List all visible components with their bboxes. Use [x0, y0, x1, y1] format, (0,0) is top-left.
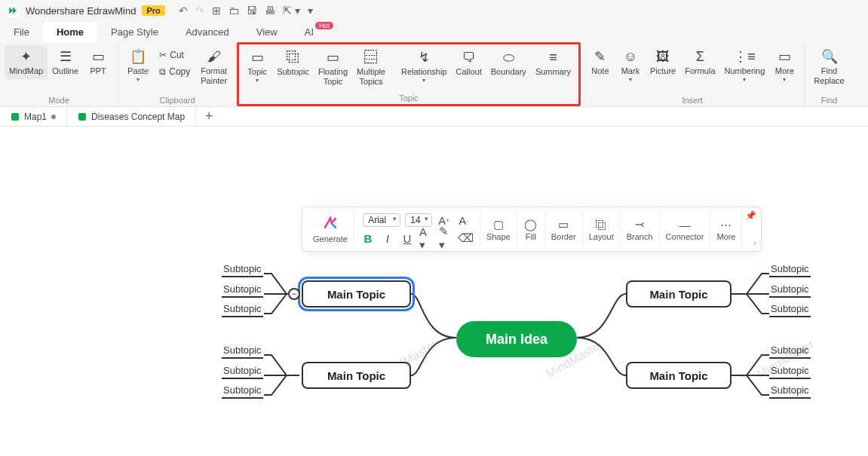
- font-shrink-icon[interactable]: A-: [456, 213, 471, 228]
- main-topic-node-4[interactable]: Main Topic: [626, 362, 732, 389]
- export-icon[interactable]: ⇱ ▾: [283, 5, 300, 17]
- ft-connector[interactable]: —Connector: [660, 210, 711, 248]
- mindmap-button[interactable]: ✦ MindMap: [5, 45, 48, 79]
- numbering-button[interactable]: ⋮≡Numbering▾: [720, 45, 770, 86]
- main-topic-node-3[interactable]: Main Topic: [626, 280, 732, 308]
- cut-button[interactable]: ✂Cut: [156, 48, 193, 62]
- subtopic-node[interactable]: Subtopic: [222, 263, 263, 277]
- underline-icon[interactable]: U: [400, 231, 415, 246]
- tab-diseases[interactable]: Diseases Concept Map: [67, 107, 196, 126]
- menu-ai[interactable]: AI Hot: [291, 22, 327, 42]
- ft-more[interactable]: ⋯More: [710, 210, 742, 248]
- mark-button[interactable]: ☺Mark▾: [615, 45, 646, 86]
- copy-button[interactable]: ⧉Copy: [156, 65, 193, 78]
- menu-view[interactable]: View: [243, 22, 291, 42]
- quick-access-toolbar: ↶ ↷ ⊞ 🗀 🖫 🖶 ⇱ ▾ ▾: [179, 5, 313, 17]
- font-color-icon[interactable]: A ▾: [419, 231, 434, 246]
- open-icon[interactable]: 🗀: [229, 5, 239, 17]
- font-family-select[interactable]: Arial: [363, 213, 400, 227]
- subtopic-node[interactable]: Subtopic: [769, 365, 811, 379]
- relationship-button[interactable]: ↯Relationship▾: [397, 46, 452, 87]
- copy-label: Copy: [169, 66, 190, 77]
- subtopic-node[interactable]: Subtopic: [769, 283, 811, 298]
- branch-icon: ⤙: [632, 217, 647, 232]
- font-size-select[interactable]: 14: [405, 213, 431, 227]
- more-insert-button[interactable]: ▭More▾: [769, 45, 799, 86]
- ft-fill[interactable]: ◯Fill: [517, 210, 545, 248]
- collapse-button[interactable]: −: [288, 288, 300, 300]
- note-button[interactable]: ✎Note: [585, 45, 615, 79]
- boundary-button[interactable]: ⬭Boundary: [486, 46, 531, 80]
- ft-layout[interactable]: ⿻Layout: [583, 210, 621, 248]
- formula-button[interactable]: ΣFormula: [680, 45, 719, 79]
- ft-branch[interactable]: ⤙Branch: [621, 210, 660, 248]
- ribbon-group-insert: ✎Note ☺Mark▾ 🖼Picture ΣFormula ⋮≡Numberi…: [581, 42, 805, 106]
- subtopic-node[interactable]: Subtopic: [769, 263, 811, 277]
- picture-button[interactable]: 🖼Picture: [646, 45, 680, 79]
- ft-generate[interactable]: Generate: [307, 210, 354, 248]
- format-painter-button[interactable]: 🖌 Format Painter: [196, 45, 232, 89]
- more-qat-icon[interactable]: ▾: [308, 5, 313, 17]
- menu-advanced[interactable]: Advanced: [172, 22, 243, 42]
- main-topic-node-1[interactable]: Main Topic: [302, 280, 411, 308]
- tab-map1-label: Map1: [24, 112, 47, 122]
- menu-ai-label: AI: [305, 26, 314, 38]
- menu-file[interactable]: File: [0, 22, 43, 42]
- branch-label: Branch: [627, 232, 653, 241]
- doc-icon: [78, 112, 87, 121]
- subtopic-node[interactable]: Subtopic: [769, 303, 811, 317]
- menu-bar: File Home Page Style Advanced View AI Ho…: [0, 21, 868, 42]
- menu-home[interactable]: Home: [43, 22, 97, 42]
- italic-icon[interactable]: I: [380, 231, 395, 246]
- floating-topic-label: Floating Topic: [318, 67, 348, 87]
- topic-button[interactable]: ▭Topic▾: [242, 46, 272, 87]
- chevron-right-icon[interactable]: ›: [753, 237, 756, 248]
- app-logo: [6, 4, 20, 17]
- new-icon[interactable]: ⊞: [212, 5, 221, 17]
- clear-format-icon[interactable]: ⌫: [459, 231, 474, 246]
- caret-icon: ▾: [783, 76, 786, 83]
- outline-label: Outline: [52, 66, 78, 76]
- ppt-label: PPT: [90, 66, 106, 76]
- ft-shape[interactable]: ▢Shape: [480, 210, 517, 248]
- pin-icon[interactable]: 📌: [745, 210, 756, 221]
- subtopic-node[interactable]: Subtopic: [222, 283, 263, 298]
- main-idea-node[interactable]: Main Idea: [456, 321, 577, 357]
- bold-icon[interactable]: B: [360, 231, 376, 246]
- tab-map1[interactable]: Map1: [0, 107, 67, 126]
- subtopic-node[interactable]: Subtopic: [222, 344, 263, 359]
- svg-rect-1: [78, 113, 86, 121]
- hot-badge: Hot: [315, 22, 333, 29]
- menu-page-style[interactable]: Page Style: [97, 22, 172, 42]
- main-topic-node-2[interactable]: Main Topic: [302, 362, 411, 389]
- save-icon[interactable]: 🖫: [247, 5, 257, 17]
- print-icon[interactable]: 🖶: [265, 5, 275, 17]
- new-tab-button[interactable]: +: [196, 109, 222, 124]
- shape-label: Shape: [486, 232, 511, 241]
- floating-topic-button[interactable]: ▭Floating Topic: [314, 46, 352, 90]
- subtopic-button[interactable]: ⿻Subtopic: [272, 46, 314, 80]
- paste-button[interactable]: 📋 Paste ▾: [123, 45, 153, 86]
- subtopic-node[interactable]: Subtopic: [222, 365, 263, 379]
- find-replace-label: Find Replace: [814, 66, 844, 86]
- callout-button[interactable]: 🗨Callout: [452, 46, 486, 80]
- cut-icon: ✂: [159, 50, 167, 60]
- relationship-icon: ↯: [419, 49, 430, 66]
- subtopic-node[interactable]: Subtopic: [222, 384, 263, 399]
- canvas[interactable]: Generate Arial 14 A+ A- B I U A ▾ ✎ ▾ ⌫ …: [0, 127, 868, 456]
- more-insert-label: More: [775, 66, 794, 76]
- find-replace-button[interactable]: 🔍Find Replace: [809, 45, 848, 89]
- note-icon: ✎: [594, 48, 606, 65]
- subtopic-node[interactable]: Subtopic: [769, 384, 811, 399]
- ft-border[interactable]: ▭Border: [545, 210, 583, 248]
- ppt-button[interactable]: ▭ PPT: [83, 45, 113, 79]
- multiple-topics-button[interactable]: ⿳Multiple Topics: [352, 46, 390, 90]
- undo-icon[interactable]: ↶: [179, 5, 188, 17]
- redo-icon[interactable]: ↷: [195, 5, 204, 17]
- highlight-icon[interactable]: ✎ ▾: [439, 231, 454, 246]
- subtopic-node[interactable]: Subtopic: [769, 344, 811, 359]
- subtopic-node[interactable]: Subtopic: [222, 303, 263, 317]
- outline-button[interactable]: ☰ Outline: [48, 45, 83, 79]
- summary-button[interactable]: ≡Summary: [531, 46, 575, 80]
- ribbon-group-clipboard: 📋 Paste ▾ ✂Cut ⧉Copy 🖌 Format Painter Cl…: [118, 42, 237, 106]
